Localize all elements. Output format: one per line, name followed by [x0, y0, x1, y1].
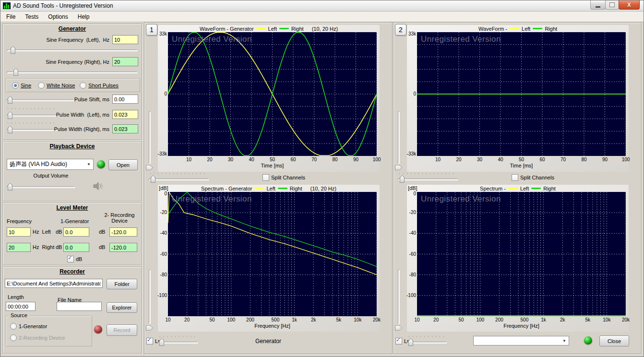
pulse-shift-label: Pulse Shift, ms: [3, 96, 109, 102]
waveform-2-xlabel: Time [ms]: [417, 163, 626, 168]
x-tick-label: 20k: [370, 317, 384, 322]
explorer-button[interactable]: Explorer: [107, 302, 137, 313]
db-label-2: dB: [99, 229, 105, 235]
open-device-button[interactable]: Open: [108, 159, 138, 170]
output-volume-slider-track[interactable]: [7, 186, 75, 188]
x-tick-label: 20k: [619, 317, 633, 322]
output-volume-slider-thumb[interactable]: [8, 183, 12, 190]
mode-short-pulses-radio[interactable]: Short Pulses: [80, 82, 118, 89]
maximize-button[interactable]: [605, 0, 619, 10]
pulse-width-left-input[interactable]: [112, 110, 138, 119]
chart-title: WaveForm -: [478, 26, 507, 32]
sine-right-slider[interactable]: [7, 68, 137, 76]
spectrum-1-vertical-slider[interactable]: [145, 270, 154, 331]
x-tick-label: 50: [454, 317, 468, 322]
ln-slider-2[interactable]: [407, 338, 447, 346]
sine-right-slider-thumb[interactable]: [13, 68, 18, 76]
x-tick-label: 100: [224, 317, 239, 322]
waveform-2-vslider-track[interactable]: [398, 111, 400, 164]
spectrum-1-vslider-track[interactable]: [149, 270, 151, 324]
minimize-icon: [596, 6, 600, 8]
sine-right-input[interactable]: [112, 57, 138, 66]
waveform-1-vslider-track[interactable]: [149, 111, 151, 164]
spectrum-2-xticks: 1020501002005001k2k5k10k20k: [417, 317, 626, 323]
sine-right-slider-track[interactable]: [7, 71, 137, 73]
spectrum-1-vslider-handle[interactable]: [146, 325, 153, 331]
recording-left-db-input[interactable]: [109, 227, 137, 237]
spectrum-2-vslider-handle[interactable]: [395, 325, 402, 331]
split-channels-checkbox-1[interactable]: Split Channels: [262, 174, 305, 181]
waveform-2-hslider-track[interactable]: [398, 178, 458, 180]
recording-right-db-input[interactable]: [109, 243, 137, 252]
playback-device-dropdown[interactable]: 扬声器 (VIA HD Audio) ▼: [7, 159, 94, 170]
spectrum-2-vertical-slider[interactable]: [394, 270, 403, 331]
recording-device-dropdown[interactable]: ▼: [473, 336, 569, 345]
x-tick-label: 80: [577, 157, 591, 162]
freq-right-input[interactable]: [7, 243, 31, 252]
waveform-1-ylabels: 33k0-33k: [158, 32, 167, 156]
x-tick-label: 5k: [581, 317, 595, 322]
sine-left-slider-thumb[interactable]: [11, 46, 15, 54]
x-tick-label: 80: [328, 157, 342, 162]
split-channels-checkbox-2[interactable]: Split Channels: [512, 174, 554, 181]
ln-slider-2-track[interactable]: [407, 342, 447, 344]
output-volume-slider[interactable]: [7, 182, 75, 191]
waveform-1-vslider-handle[interactable]: [146, 165, 153, 171]
db-checkbox[interactable]: ✓dB: [67, 256, 82, 262]
waveform-1-hslider-thumb[interactable]: [151, 175, 155, 183]
chart-note: (10, 20 Hz): [312, 26, 338, 32]
waveform-2-vslider-handle[interactable]: [395, 165, 402, 171]
close-button[interactable]: Close: [599, 335, 629, 346]
record-button[interactable]: Record: [107, 324, 137, 336]
waveform-1-hslider-track[interactable]: [149, 178, 209, 180]
close-icon: X: [627, 2, 631, 8]
x-tick-label: 50: [265, 157, 280, 162]
sine-left-slider[interactable]: [7, 46, 137, 54]
menu-file[interactable]: File: [1, 12, 20, 22]
pulse-width-left-label: Pulse Width (Left), ms: [3, 112, 109, 118]
waveform-2-hslider[interactable]: [398, 175, 458, 183]
generator-right-db-input[interactable]: [63, 243, 89, 252]
waveform-2-vertical-slider[interactable]: [394, 111, 403, 171]
waveform-1-hslider[interactable]: [149, 175, 209, 183]
db-checkbox-label: dB: [76, 256, 82, 262]
spectrum-2-ylabels: 0-20-40-60-80-100: [407, 192, 417, 316]
folder-button[interactable]: Folder: [107, 279, 137, 289]
waveform-2-hslider-thumb[interactable]: [400, 175, 405, 183]
recorder-group: Recorder Folder Length File Name Explore…: [2, 266, 142, 354]
mode-white-noise-label: White Noise: [47, 83, 75, 88]
radio-icon: [80, 82, 86, 89]
menu-options[interactable]: Options: [43, 12, 72, 22]
pulse-shift-input[interactable]: [112, 95, 138, 104]
recorder-path-input[interactable]: [5, 279, 103, 288]
pulse-width-right-input[interactable]: [112, 124, 138, 133]
spectrum-chart-2: [dB]Spectrum -LeftRight 0-20-40-60-80-10…: [407, 185, 629, 332]
source-recording-radio[interactable]: 2-Recording Device: [10, 334, 65, 341]
menu-help[interactable]: Help: [73, 12, 95, 22]
generator-left-db-input[interactable]: [63, 227, 89, 237]
db-label-4: dB: [99, 244, 105, 250]
source-generator-radio[interactable]: 1-Generator: [10, 323, 47, 330]
legend-label-right: Right: [543, 186, 556, 191]
waveform-1-vertical-slider[interactable]: [145, 111, 154, 171]
length-input[interactable]: [6, 302, 36, 311]
panel-2-badge[interactable]: 2: [395, 24, 406, 36]
waveform-2-ylabels: 33k0-33k: [407, 32, 417, 156]
ln-slider-2-thumb[interactable]: [408, 338, 413, 346]
waveform-2-hslider-ticks: [399, 173, 457, 174]
mode-sine-radio[interactable]: Sine: [12, 82, 31, 89]
spectrum-2-vslider-track[interactable]: [398, 270, 400, 324]
legend-label-right: Right: [290, 186, 302, 191]
x-tick-label: 1k: [287, 317, 302, 322]
file-name-input[interactable]: [57, 302, 102, 311]
minimize-button[interactable]: [590, 0, 606, 10]
sine-left-label: Sine Frequency (Left), Hz: [3, 37, 109, 43]
panel-1-badge[interactable]: 1: [146, 24, 157, 36]
freq-left-input[interactable]: [7, 227, 31, 237]
menu-tests[interactable]: Tests: [20, 12, 43, 22]
sine-left-input[interactable]: [112, 35, 138, 44]
close-window-button[interactable]: X: [619, 0, 640, 10]
sine-left-slider-track[interactable]: [7, 49, 137, 51]
panel-1: 1 WaveForm - GeneratorLeftRight(10, 20 H…: [144, 22, 393, 354]
mode-white-noise-radio[interactable]: White Noise: [38, 82, 75, 89]
